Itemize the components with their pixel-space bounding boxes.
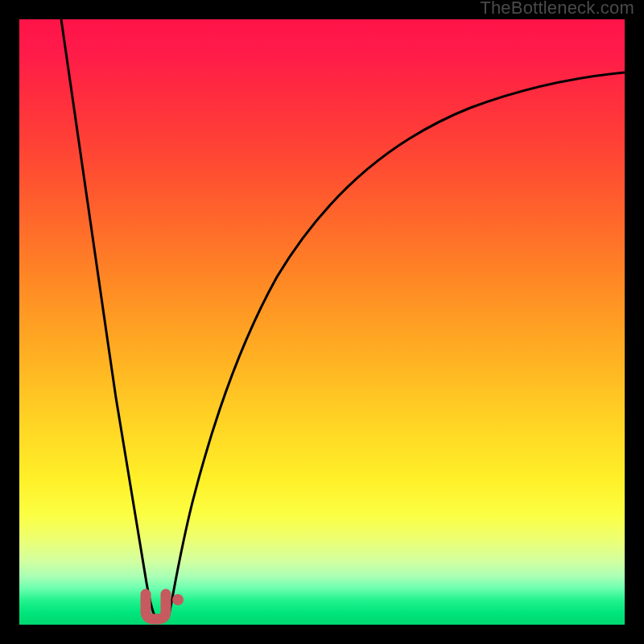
curve-right-branch <box>169 72 625 615</box>
curve-layer <box>19 19 625 625</box>
curve-left-branch <box>61 19 155 615</box>
watermark-text: TheBottleneck.com <box>480 0 634 19</box>
min-marker-u <box>146 594 166 619</box>
plot-area <box>19 19 625 625</box>
min-marker-dot <box>172 594 184 605</box>
chart-frame: TheBottleneck.com <box>0 0 644 644</box>
